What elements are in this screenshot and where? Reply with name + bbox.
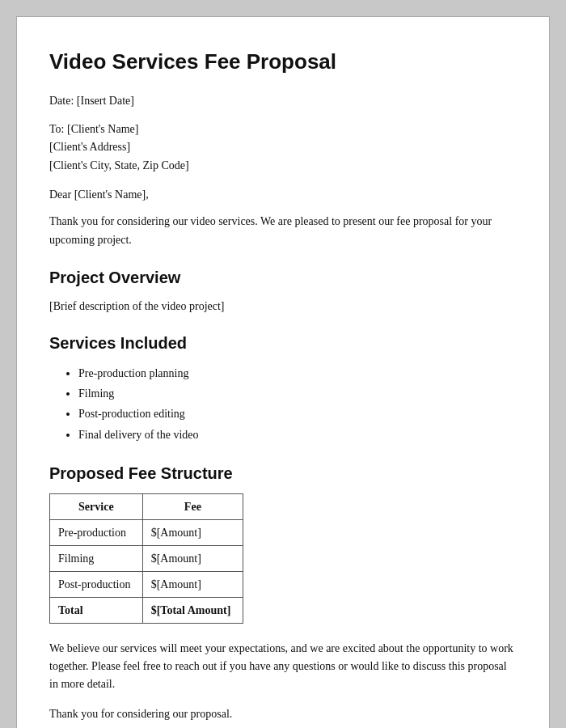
fee-structure-section: Proposed Fee Structure Service Fee Pre-p… [49, 461, 517, 624]
table-cell-total-amount: $[Total Amount] [142, 597, 243, 623]
table-cell-service: Filming [50, 545, 143, 571]
fee-table: Service Fee Pre-production $[Amount] Fil… [49, 493, 243, 624]
table-header-service: Service [50, 493, 143, 519]
address-line1: To: [Client's Name] [49, 121, 517, 138]
list-item: Final delivery of the video [78, 425, 517, 445]
table-cell-total-label: Total [50, 597, 143, 623]
services-included-heading: Services Included [49, 331, 517, 355]
table-row: Pre-production $[Amount] [50, 519, 243, 545]
project-overview-heading: Project Overview [49, 265, 517, 290]
table-cell-service: Post-production [50, 571, 143, 597]
project-overview-description: [Brief description of the video project] [49, 298, 517, 315]
fee-structure-heading: Proposed Fee Structure [49, 461, 517, 485]
table-cell-fee: $[Amount] [142, 545, 243, 571]
date-line: Date: [Insert Date] [49, 92, 517, 109]
address-line2: [Client's Address] [49, 138, 517, 156]
table-total-row: Total $[Total Amount] [50, 597, 243, 623]
table-cell-service: Pre-production [50, 519, 143, 545]
list-item: Pre-production planning [78, 363, 517, 383]
table-row: Post-production $[Amount] [50, 571, 243, 597]
list-item: Filming [78, 383, 517, 404]
thank-you-line: Thank you for considering our proposal. [49, 705, 517, 722]
closing-paragraph: We believe our services will meet your e… [49, 640, 517, 694]
document-container: Video Services Fee Proposal Date: [Inser… [16, 16, 550, 728]
salutation: Dear [Client's Name], [49, 186, 517, 203]
table-row: Filming $[Amount] [50, 545, 243, 571]
table-cell-fee: $[Amount] [142, 571, 243, 597]
list-item: Post-production editing [78, 404, 517, 424]
table-cell-fee: $[Amount] [142, 519, 243, 545]
services-list: Pre-production planning Filming Post-pro… [49, 363, 517, 445]
address-block: To: [Client's Name] [Client's Address] [… [49, 121, 517, 175]
services-included-section: Services Included Pre-production plannin… [49, 331, 517, 445]
table-header-fee: Fee [142, 493, 243, 519]
intro-paragraph: Thank you for considering our video serv… [49, 213, 517, 249]
project-overview-section: Project Overview [Brief description of t… [49, 265, 517, 315]
document-title: Video Services Fee Proposal [49, 46, 517, 78]
address-line3: [Client's City, State, Zip Code] [49, 157, 517, 175]
